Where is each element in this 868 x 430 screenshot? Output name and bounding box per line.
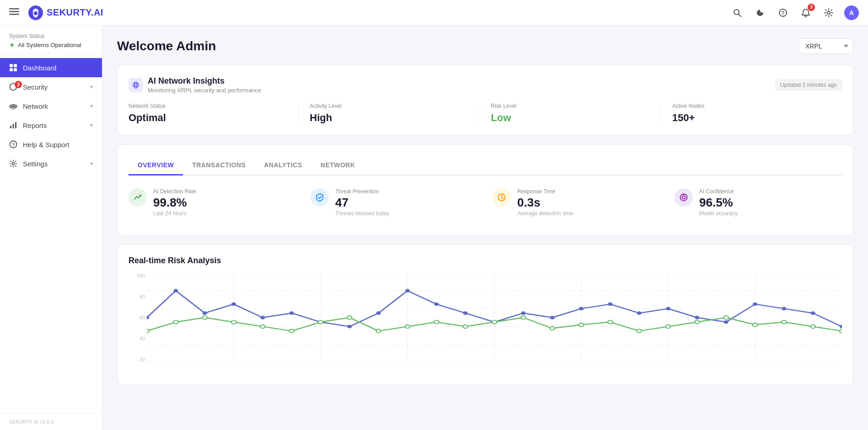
updated-badge: Updated 2 minutes ago [775, 80, 842, 90]
green-dot [724, 316, 729, 319]
chart-title: Real-time Risk Analysis [129, 256, 842, 265]
theme-toggle-button[interactable] [753, 5, 767, 20]
y-label-80: 80 [129, 294, 145, 299]
security-chevron-icon: ▾ [90, 84, 93, 90]
response-time-icon [493, 188, 511, 207]
green-dot [521, 316, 525, 319]
svg-line-6 [739, 14, 741, 16]
topnav: SEKURTY.AI ? 3 A [0, 0, 868, 26]
detection-rate-icon [129, 188, 147, 207]
metric-activity-level: Activity Level High [299, 103, 480, 124]
ai-confidence-icon [675, 188, 693, 207]
sidebar-item-settings[interactable]: Settings ▾ [0, 154, 102, 173]
metric-value-nodes: 150+ [672, 112, 831, 124]
purple-dot [608, 303, 612, 306]
settings-button[interactable] [821, 5, 836, 20]
response-time-text: Response Time 0.3s Average detection tim… [517, 188, 573, 217]
svg-rect-0 [9, 8, 19, 10]
user-avatar[interactable]: A [844, 5, 859, 20]
metric-risk-level: Risk Level Low [480, 103, 661, 124]
system-status-section: System Status ★ All Systems Operational [0, 26, 102, 54]
stat-threat-prevention: Threat Prevention 47 Threats blocked tod… [311, 188, 478, 217]
ai-confidence-text: AI Confidence 96.5% Model accuracy [699, 188, 738, 217]
svg-rect-12 [14, 64, 17, 67]
green-dot [231, 320, 236, 324]
sidebar-item-dashboard[interactable]: Dashboard [0, 58, 102, 77]
tab-analytics[interactable]: ANALYTICS [255, 156, 311, 175]
stat-sub-detection: Last 24 hours [153, 210, 196, 217]
chart-svg-container [147, 273, 842, 362]
svg-point-22 [134, 84, 137, 86]
metric-label-nodes: Active Nodes [672, 103, 831, 109]
help-icon: ? [9, 140, 17, 149]
search-button[interactable] [730, 5, 745, 20]
svg-rect-17 [13, 124, 14, 128]
tabs-row: OVERVIEW TRANSACTIONS ANALYTICS NETWORK [129, 156, 842, 175]
metric-active-nodes: Active Nodes 150+ [661, 103, 842, 124]
metric-label-activity: Activity Level [310, 103, 468, 109]
sidebar-item-label-help: Help & Support [23, 141, 93, 149]
sidebar-item-help-support[interactable]: ? Help & Support [0, 135, 102, 154]
detection-rate-text: AI Detection Rate 99.8% Last 24 hours [153, 188, 196, 217]
system-status-icon: ★ [9, 41, 15, 48]
reports-chevron-icon: ▾ [90, 122, 93, 128]
network-icon [9, 102, 17, 110]
purple-dot [347, 325, 352, 329]
green-dot [550, 327, 555, 330]
purple-dot [434, 303, 439, 306]
system-status-value: All Systems Operational [18, 42, 81, 48]
purple-dot [289, 311, 294, 315]
green-dot [840, 329, 842, 333]
notifications-button[interactable]: 3 [798, 5, 813, 20]
sidebar-item-reports[interactable]: Reports ▾ [0, 116, 102, 135]
purple-dot [782, 307, 786, 310]
green-dot [753, 323, 757, 327]
hamburger-button[interactable] [9, 6, 19, 19]
svg-rect-1 [9, 11, 19, 12]
y-axis: 100 80 60 40 20 [129, 273, 145, 362]
y-label-40: 40 [129, 336, 145, 341]
purple-dot [695, 316, 699, 319]
app-name: SEKURTY.AI [47, 7, 103, 18]
svg-rect-18 [15, 122, 16, 128]
app-logo: SEKURTY.AI [28, 5, 724, 20]
threat-prevention-icon [311, 188, 329, 207]
page-header: Welcome Admin XRPL Ethereum Bitcoin [117, 38, 853, 54]
green-dot [173, 320, 178, 324]
purple-dot [637, 311, 642, 315]
green-dot [147, 329, 149, 333]
y-label-60: 60 [129, 315, 145, 320]
green-dot [463, 325, 468, 329]
sidebar-item-network[interactable]: Network ▾ [0, 96, 102, 116]
stat-response-time: Response Time 0.3s Average detection tim… [493, 188, 660, 217]
metric-label-risk: Risk Level [491, 103, 650, 109]
stat-value-confidence: 96.5% [699, 196, 738, 208]
stats-row: AI Detection Rate 99.8% Last 24 hours Th… [129, 185, 842, 224]
svg-rect-13 [10, 68, 13, 71]
green-dot [637, 329, 642, 333]
tab-transactions[interactable]: TRANSACTIONS [183, 156, 255, 175]
y-label-20: 20 [129, 357, 145, 362]
svg-rect-11 [10, 64, 13, 67]
svg-text:?: ? [12, 143, 15, 148]
reports-icon [9, 121, 17, 129]
stat-value-response: 0.3s [517, 196, 573, 208]
overview-card: OVERVIEW TRANSACTIONS ANALYTICS NETWORK … [117, 144, 853, 235]
ai-network-icon [129, 78, 143, 92]
green-dot [376, 329, 381, 333]
network-select[interactable]: XRPL Ethereum Bitcoin [798, 38, 853, 54]
sidebar-item-security[interactable]: 3 Security ▾ [0, 77, 102, 96]
main-content: Welcome Admin XRPL Ethereum Bitcoin AI N… [102, 26, 868, 430]
tab-network[interactable]: NETWORK [311, 156, 364, 175]
sidebar: System Status ★ All Systems Operational … [0, 26, 102, 430]
green-dot [782, 320, 786, 324]
green-dot [405, 325, 410, 329]
help-button[interactable]: ? [776, 5, 790, 20]
tab-overview[interactable]: OVERVIEW [129, 156, 183, 175]
svg-point-4 [34, 11, 38, 15]
purple-dot [405, 289, 410, 292]
purple-dot [724, 320, 729, 324]
purple-dot [811, 311, 815, 315]
green-dot [579, 323, 584, 327]
svg-point-26 [682, 196, 686, 199]
